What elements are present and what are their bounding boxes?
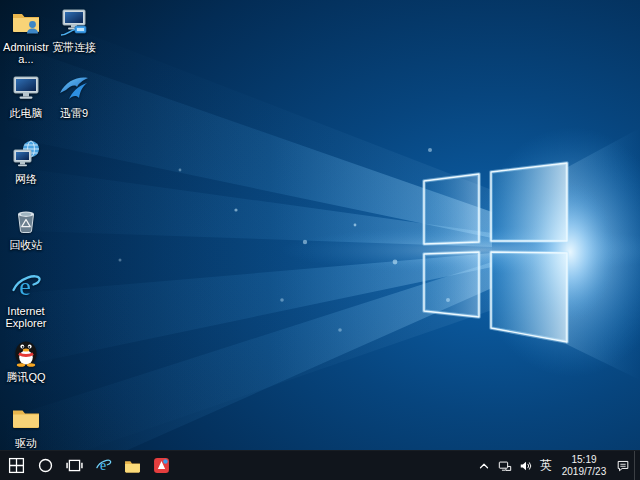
broadband-monitor-icon [58,6,90,38]
network-icon [498,459,512,473]
taskbar-left: e [0,451,176,480]
network-globe-icon [10,138,42,170]
desktop-icon-network[interactable]: 网络 [3,138,49,185]
ime-indicator[interactable]: 英 [537,451,555,480]
desktop-icon-label: 回收站 [10,239,43,251]
qq-penguin-icon [10,336,42,368]
task-view-icon [66,457,83,474]
hidden-icons-button[interactable] [474,451,494,480]
volume-icon [519,459,533,473]
show-desktop-button[interactable] [634,451,639,480]
chevron-up-icon [477,459,491,473]
desktop-icon-driver[interactable]: 驱动 [3,402,49,449]
desktop-icon-broadband-connection[interactable]: 宽带连接 [51,6,97,53]
taskbar-ie-button[interactable]: e [89,451,118,480]
desktop-icon-this-pc[interactable]: 此电脑 [3,72,49,119]
user-folder-icon [10,6,42,38]
taskbar-pinned-app-button[interactable] [147,451,176,480]
computer-icon [10,72,42,104]
ie-icon: e [10,270,42,302]
desktop-icon-label: 迅雷9 [60,107,88,119]
desktop-icon-label: 宽带连接 [52,41,96,53]
search-button[interactable] [31,451,60,480]
network-tray-button[interactable] [495,451,515,480]
desktop-icon-label: Administra... [3,41,49,65]
desktop-icon-label: 腾讯QQ [6,371,45,383]
taskbar-file-explorer-button[interactable] [118,451,147,480]
action-center-icon [616,459,630,473]
red-app-icon [153,457,170,474]
desktop-icon-label: 驱动 [15,437,37,449]
clock-date: 2019/7/23 [562,466,607,478]
desktop-icon-administrator[interactable]: Administra... [3,6,49,65]
cortana-search-icon [37,457,54,474]
clock-time: 15:19 [571,454,596,466]
start-button[interactable] [2,451,31,480]
folder-icon [124,457,141,474]
folder-icon [10,402,42,434]
desktop-icon-recycle-bin[interactable]: 回收站 [3,204,49,251]
action-center-button[interactable] [613,451,633,480]
system-tray: 英 15:19 2019/7/23 [474,451,640,480]
taskbar-clock[interactable]: 15:19 2019/7/23 [556,451,612,480]
desktop-icon-internet-explorer[interactable]: e Internet Explorer [3,270,49,329]
desktop-icon-label: 此电脑 [10,107,43,119]
xunlei-bird-icon [58,72,90,104]
taskbar: e [0,450,640,480]
desktop-icon-tencent-qq[interactable]: 腾讯QQ [3,336,49,383]
desktop-icon-label: 网络 [15,173,37,185]
ie-icon: e [95,457,112,474]
recycle-bin-icon [10,204,42,236]
windows-start-icon [8,457,25,474]
task-view-button[interactable] [60,451,89,480]
volume-tray-button[interactable] [516,451,536,480]
desktop-icon-label: Internet Explorer [3,305,49,329]
desktop-icon-xunlei9[interactable]: 迅雷9 [51,72,97,119]
